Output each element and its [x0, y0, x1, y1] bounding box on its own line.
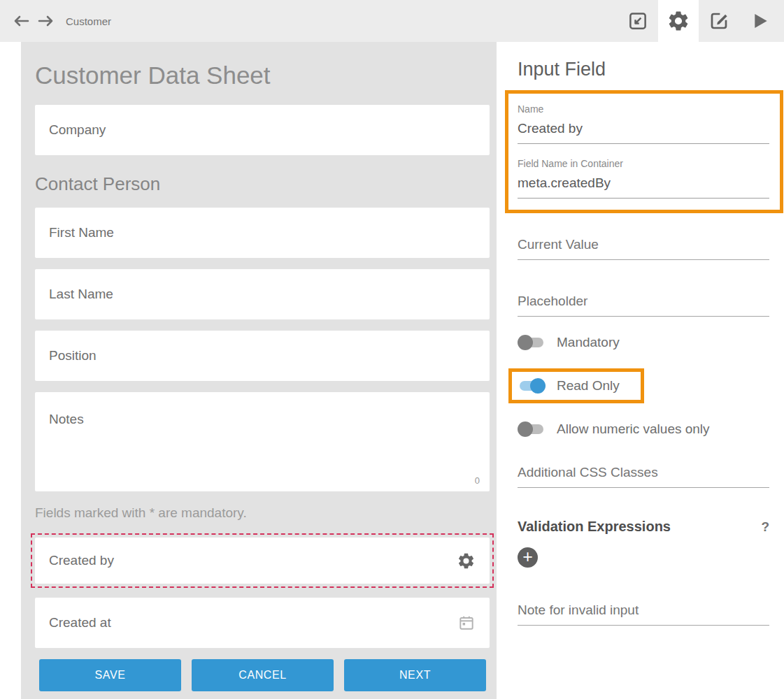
container-field-input-group: Field Name in Container meta.createdBy	[518, 158, 769, 199]
first-name-field[interactable]: First Name	[35, 208, 490, 258]
numeric-only-toggle-row: Allow numeric values only	[518, 421, 769, 437]
topbar: Customer	[0, 0, 784, 42]
main-content: Customer Data Sheet Company Contact Pers…	[0, 42, 784, 699]
annotation-box-name-fields: Name Created by Field Name in Container …	[505, 90, 783, 213]
toggle-thumb	[518, 335, 533, 350]
form-preview-panel: Customer Data Sheet Company Contact Pers…	[21, 42, 497, 699]
created-by-field-label: Created by	[49, 553, 114, 568]
add-validation-button[interactable]: +	[518, 547, 538, 568]
position-field-label: Position	[49, 348, 97, 363]
toggle-thumb	[518, 421, 533, 437]
created-at-field-label: Created at	[49, 615, 111, 630]
save-button[interactable]: SAVE	[39, 659, 181, 691]
placeholder-input[interactable]: Placeholder	[518, 294, 769, 317]
back-icon[interactable]	[11, 13, 31, 29]
calendar-icon[interactable]	[457, 614, 476, 632]
contact-person-heading: Contact Person	[35, 173, 490, 195]
created-by-field[interactable]: Created by	[35, 538, 490, 584]
breadcrumb: Customer	[66, 15, 111, 27]
container-field-input-label: Field Name in Container	[518, 158, 769, 169]
invalid-input-note-input[interactable]: Note for invalid input	[518, 603, 769, 626]
toggle-thumb	[530, 378, 546, 394]
read-only-toggle-row: Read Only	[518, 378, 620, 394]
topbar-actions	[618, 0, 784, 42]
validation-expressions-header: Validation Expressions ?	[518, 519, 769, 535]
name-input-group: Name Created by	[518, 103, 769, 144]
current-value-input[interactable]: Current Value	[518, 237, 769, 260]
mandatory-toggle-label: Mandatory	[557, 335, 620, 350]
next-button[interactable]: NEXT	[344, 659, 486, 691]
form-buttons: SAVE CANCEL NEXT	[39, 659, 490, 691]
inspector-title: Input Field	[518, 59, 769, 80]
name-input-label: Name	[518, 103, 769, 115]
container-field-input[interactable]: meta.createdBy	[518, 169, 769, 199]
property-inspector-panel: Input Field Name Created by Field Name i…	[497, 42, 784, 699]
field-settings-gear-icon[interactable]	[457, 552, 476, 570]
last-name-field[interactable]: Last Name	[35, 269, 490, 319]
notes-char-counter: 0	[475, 475, 480, 486]
form-title: Customer Data Sheet	[35, 62, 490, 89]
name-input[interactable]: Created by	[518, 115, 769, 144]
edit-icon[interactable]	[699, 0, 739, 42]
run-play-icon[interactable]	[739, 0, 780, 42]
numeric-only-toggle[interactable]	[518, 421, 546, 437]
first-name-field-label: First Name	[49, 225, 114, 240]
company-field[interactable]: Company	[35, 105, 490, 155]
mandatory-toggle-row: Mandatory	[518, 335, 769, 350]
created-at-field[interactable]: Created at	[35, 598, 490, 648]
company-field-label: Company	[49, 122, 106, 138]
mandatory-toggle[interactable]	[518, 335, 546, 350]
forward-icon[interactable]	[36, 13, 56, 29]
read-only-toggle-label: Read Only	[557, 378, 620, 394]
notes-field-label: Notes	[49, 412, 84, 427]
numeric-only-toggle-label: Allow numeric values only	[557, 421, 710, 437]
notes-field[interactable]: Notes 0	[35, 392, 490, 491]
validation-expressions-heading: Validation Expressions	[518, 519, 671, 535]
position-field[interactable]: Position	[35, 331, 490, 381]
last-name-field-label: Last Name	[49, 287, 113, 302]
mandatory-note: Fields marked with * are mandatory.	[35, 505, 490, 521]
read-only-toggle[interactable]	[518, 378, 546, 394]
annotation-box-read-only: Read Only	[508, 368, 644, 403]
selected-field-outline: Created by	[31, 533, 494, 588]
preview-window-icon[interactable]	[618, 0, 658, 42]
css-classes-input[interactable]: Additional CSS Classes	[518, 465, 769, 488]
help-icon[interactable]: ?	[761, 519, 769, 535]
topbar-navigation: Customer	[0, 13, 111, 29]
settings-tab-gear-icon[interactable]	[658, 0, 699, 42]
cancel-button[interactable]: CANCEL	[192, 659, 334, 691]
